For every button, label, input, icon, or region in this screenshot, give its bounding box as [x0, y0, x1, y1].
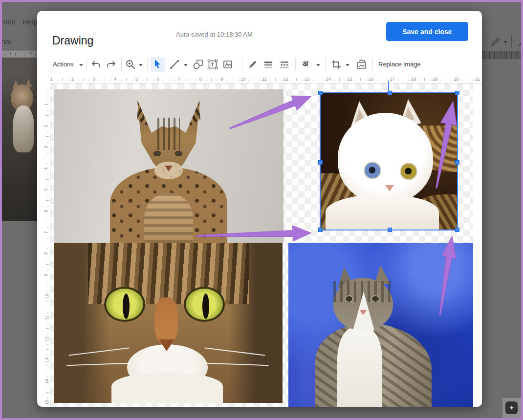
sparkle-extension-icon[interactable]: ✦ — [505, 401, 518, 414]
text-tool-caret-icon — [316, 64, 320, 68]
save-and-close-button[interactable]: Save and close — [386, 22, 468, 41]
vertical-ruler: 123456789101112131415 — [44, 84, 50, 407]
dialog-title: Drawing — [52, 34, 93, 47]
line-tool-button[interactable] — [169, 59, 180, 70]
extension-tile: ✦ — [502, 398, 521, 418]
text-box-tool-button[interactable] — [207, 59, 218, 70]
menu-item-help: Help — [22, 18, 38, 26]
background-toolbar-divider — [511, 35, 512, 48]
toolbar-divider — [295, 58, 296, 71]
zoom-caret-icon — [139, 64, 143, 68]
select-arrow-icon — [153, 59, 162, 69]
toolbar-divider — [242, 58, 242, 71]
toolbar-divider — [372, 58, 373, 71]
image-tabby-cat-closeup[interactable] — [54, 243, 283, 403]
edit-mode-caret-icon — [503, 41, 507, 45]
background-document-cat-photo — [0, 58, 39, 221]
crop-image-button[interactable] — [331, 59, 342, 70]
drawing-canvas[interactable] — [50, 84, 482, 407]
undo-button[interactable] — [91, 59, 102, 70]
drawing-dialog: Drawing Auto-saved at 10:18:30 AM Save a… — [37, 11, 482, 407]
font-selector-partial: rial — [1, 37, 11, 45]
background-document-ruler: 1 2 — [0, 50, 39, 58]
select-tool-button-active[interactable] — [151, 57, 165, 72]
ruler-corner — [44, 75, 50, 84]
actions-menu-button[interactable]: Actions — [53, 61, 74, 68]
menu-item-addons-partial: -ons — [1, 18, 15, 26]
shape-tool-button[interactable] — [193, 59, 203, 70]
redo-button[interactable] — [106, 59, 116, 70]
background-ruler-right — [482, 51, 523, 59]
replace-image-button[interactable]: Replace image — [378, 61, 421, 68]
toolbar-divider — [86, 58, 87, 71]
image-tabby-white-cat-blue[interactable] — [288, 243, 473, 407]
image-white-cat-selected[interactable] — [321, 93, 457, 230]
background-partial-pencil-icon — [518, 37, 523, 47]
zoom-button[interactable] — [125, 59, 136, 70]
toolbar-divider — [121, 58, 122, 71]
toolbar-divider — [147, 58, 148, 71]
mask-image-button[interactable] — [356, 59, 368, 70]
crop-caret-icon — [346, 64, 349, 68]
horizontal-ruler: 123456789101112131415161718192021 — [50, 75, 482, 84]
actions-caret-icon — [79, 64, 83, 68]
edit-mode-pencil-icon — [490, 37, 501, 47]
border-weight-button[interactable] — [263, 59, 274, 70]
screen: -ons Help rial 1 2 ✦ Drawing Auto-saved … — [0, 0, 523, 420]
image-savannah-cat[interactable] — [54, 89, 283, 243]
text-tool-glyph-button[interactable]: अ — [303, 60, 308, 68]
insert-image-button[interactable] — [222, 59, 233, 70]
rotation-handle-line[interactable] — [388, 81, 389, 95]
canvas-right-margin — [473, 84, 482, 407]
autosave-status: Auto-saved at 10:18:30 AM — [176, 31, 253, 38]
border-dash-button[interactable] — [279, 59, 290, 70]
toolbar-divider — [325, 58, 326, 71]
line-tool-caret-icon — [184, 64, 188, 68]
border-color-button[interactable] — [247, 59, 258, 70]
